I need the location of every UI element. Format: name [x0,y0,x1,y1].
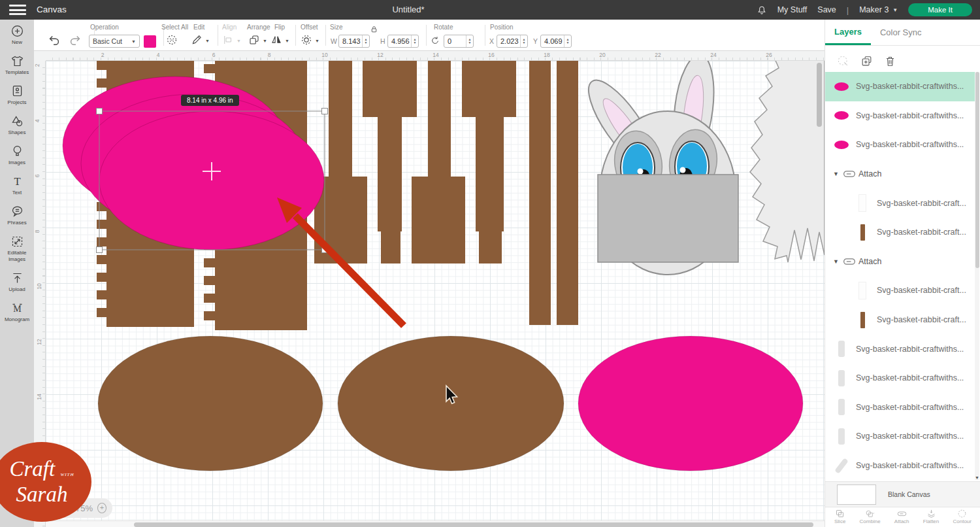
layer-row[interactable]: ▼ Svg-basket-rabbit-craftwiths... [825,422,975,451]
bell-icon[interactable] [757,5,767,16]
layers-actions [825,51,896,71]
menu-icon[interactable] [9,5,26,15]
chevron-down-icon[interactable]: ▼ [833,258,839,265]
layer-row[interactable]: ▼ Attach [825,160,975,189]
contour-icon [957,509,967,518]
layer-row[interactable]: ▼ Svg-basket-rabbit-craftwiths... [825,364,975,393]
basket-divider-pieces[interactable] [314,61,578,325]
my-stuff-link[interactable]: My Stuff [777,5,808,14]
sidebar-item-new[interactable]: New [0,20,34,50]
chevron-down-icon[interactable]: ▼ [285,39,289,43]
duplicate-icon[interactable] [860,55,873,67]
rabbit-graphic[interactable] [578,61,738,275]
rotate-icon[interactable] [430,35,440,46]
layer-row[interactable]: ▼ Attach [825,247,975,277]
multi-select-icon[interactable] [837,55,849,67]
tab-layers[interactable]: Layers [825,20,871,45]
sidebar-item-phrases[interactable]: Phrases [0,200,34,230]
y-field[interactable]: 4.069 ▲▼ [540,35,572,48]
rotate-value: 0 [444,37,466,45]
operation-value: Basic Cut [93,37,122,45]
width-stepper[interactable]: ▲▼ [362,35,369,47]
base-ellipse-brown-2[interactable] [338,336,564,471]
base-ellipse-brown-1[interactable] [98,336,323,471]
arrange-icon[interactable] [248,34,260,46]
slice-button[interactable]: Slice [834,509,845,527]
top-bar: Canvas Untitled* My Stuff Save | Maker 3… [0,0,980,20]
select-all-icon[interactable] [166,34,178,46]
rotate-field[interactable]: 0 ▲▼ [444,35,474,48]
layer-row[interactable]: ▼ Svg-basket-rabbit-craftwiths... [825,101,975,131]
redo-icon[interactable] [68,33,82,47]
chevron-down-icon[interactable]: ▼ [263,39,267,43]
blank-canvas-row[interactable]: Blank Canvas [825,481,980,507]
canvas-horizontal-scrollbar[interactable] [134,522,813,527]
trash-icon[interactable] [884,55,896,67]
attach-button[interactable]: Attach [894,509,909,527]
canvas-vertical-scrollbar[interactable] [817,63,822,127]
layers-scrollbar[interactable] [975,72,979,268]
attach-clip-icon [843,169,856,178]
flip-icon[interactable] [270,34,282,46]
undo-icon[interactable] [47,33,61,47]
sidebar-item-editable-images[interactable]: Editable Images [0,230,34,267]
layer-label: Svg-basket-rabbit-craftwiths... [856,373,964,382]
rabbit-basket-front [598,175,738,262]
layer-row[interactable]: ▼ Svg-basket-rabbit-craft... [825,188,975,218]
chevron-down-icon[interactable]: ▼ [833,171,839,177]
layer-row[interactable]: ▼ Svg-basket-rabbit-craftwiths... [825,130,975,160]
chevron-down-icon[interactable]: ▼ [205,39,210,43]
color-swatch[interactable] [144,35,156,48]
lock-icon[interactable] [370,25,378,33]
upload-icon [10,271,24,285]
contour-button[interactable]: Contour [953,509,972,527]
save-link[interactable]: Save [817,5,836,14]
pencil-icon[interactable] [191,34,203,46]
layer-row[interactable]: ▼ Svg-basket-rabbit-craftwiths... [825,393,975,422]
sidebar-item-monogram[interactable]: M Monogram [0,297,34,327]
sidebar-item-shapes[interactable]: Shapes [0,110,34,140]
chevron-down-icon[interactable]: ▼ [315,39,319,43]
machine-selector[interactable]: Maker 3 ▼ [859,5,898,14]
layer-row[interactable]: ▼ Svg-basket-rabbit-craftwiths... [825,334,975,364]
x-stepper[interactable]: ▲▼ [520,35,527,47]
layer-thumbnail [833,76,850,96]
width-field[interactable]: 8.143 ▲▼ [338,35,370,48]
sidebar-item-templates[interactable]: Templates [0,50,34,80]
zoom-out-button[interactable]: − [62,503,71,513]
panel-tabs: Layers Color Sync [825,20,980,46]
combine-button[interactable]: Combine [860,509,881,527]
layer-row[interactable]: ▼ Svg-basket-rabbit-craftwiths... [825,451,975,481]
offset-icon[interactable] [301,34,312,46]
layer-row[interactable]: ▼ Svg-basket-rabbit-craft... [825,305,975,335]
sidebar-item-label: Images [8,160,25,166]
y-stepper[interactable]: ▲▼ [564,35,571,47]
operation-dropdown[interactable]: Basic Cut ▼ [89,35,140,48]
layer-label: Svg-basket-rabbit-craft... [877,199,966,208]
height-stepper[interactable]: ▲▼ [411,35,418,47]
scroll-down-arrow[interactable]: ▼ [975,475,979,480]
rabbit-body-piece[interactable] [750,61,825,262]
make-it-button[interactable]: Make It [908,3,972,16]
flatten-button[interactable]: Flatten [923,509,939,527]
size-label: Size [330,24,342,31]
document-title[interactable]: Untitled* [392,5,424,14]
layer-row[interactable]: ▼ Svg-basket-rabbit-craft... [825,218,975,247]
ruler-number: 10 [321,52,327,58]
layer-row[interactable]: ▼ Svg-basket-rabbit-craft... [825,276,975,305]
align-icon[interactable] [222,34,234,46]
tab-color-sync[interactable]: Color Sync [871,20,931,45]
height-label: H [380,37,385,45]
sidebar-item-projects[interactable]: Projects [0,80,34,110]
x-field[interactable]: 2.023 ▲▼ [497,35,528,48]
base-ellipse-pink[interactable] [578,336,803,471]
design-canvas[interactable]: 8.14 in x 4.96 in − 75% + [46,61,825,527]
sidebar-item-images[interactable]: Images [0,140,34,170]
sidebar-item-upload[interactable]: Upload [0,267,34,297]
layer-row[interactable]: ▼ Svg-basket-rabbit-craftwiths... [825,72,975,101]
sidebar-item-text[interactable]: T Text [0,170,34,200]
zoom-in-button[interactable]: + [97,503,106,513]
height-field[interactable]: 4.956 ▲▼ [387,35,419,48]
ruler-number: 18 [544,52,549,58]
rotate-stepper[interactable]: ▲▼ [466,35,473,47]
